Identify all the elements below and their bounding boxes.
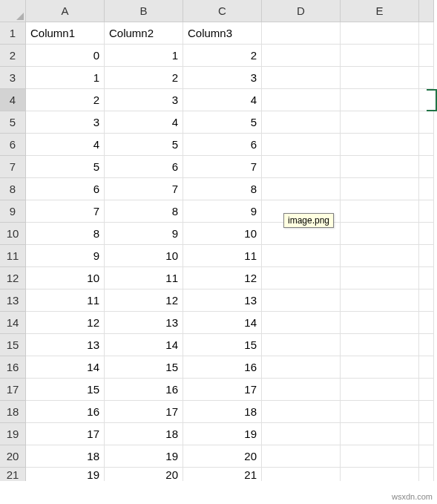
cell-C10[interactable]: 10 <box>183 223 262 245</box>
column-header-A[interactable]: A <box>26 0 105 22</box>
cell-C6[interactable]: 6 <box>183 134 262 156</box>
cell-edge-3[interactable] <box>419 67 434 89</box>
cell-C20[interactable]: 20 <box>183 445 262 468</box>
cell-C1[interactable]: Column3 <box>183 22 262 45</box>
cell-C17[interactable]: 17 <box>183 379 262 401</box>
cell-B10[interactable]: 9 <box>105 223 183 245</box>
cell-E5[interactable] <box>341 111 419 134</box>
cell-edge-15[interactable] <box>419 334 434 356</box>
cell-A16[interactable]: 14 <box>26 356 105 379</box>
cell-C21[interactable]: 21 <box>183 468 262 481</box>
row-header-2[interactable]: 2 <box>0 45 26 67</box>
cell-C2[interactable]: 2 <box>183 45 262 67</box>
cell-edge-10[interactable] <box>419 223 434 245</box>
cell-A19[interactable]: 17 <box>26 423 105 445</box>
cell-A20[interactable]: 18 <box>26 445 105 468</box>
cell-D8[interactable] <box>262 178 341 200</box>
column-header-D[interactable]: D <box>262 0 341 22</box>
cell-E8[interactable] <box>341 178 419 200</box>
cell-edge-9[interactable] <box>419 200 434 223</box>
cell-A14[interactable]: 12 <box>26 312 105 334</box>
cell-D18[interactable] <box>262 401 341 423</box>
cell-B14[interactable]: 13 <box>105 312 183 334</box>
cell-D12[interactable] <box>262 267 341 289</box>
cell-B16[interactable]: 15 <box>105 356 183 379</box>
cell-C4[interactable]: 4 <box>183 89 262 111</box>
cell-E6[interactable] <box>341 134 419 156</box>
cell-B15[interactable]: 14 <box>105 334 183 356</box>
cell-E18[interactable] <box>341 401 419 423</box>
cell-D1[interactable] <box>262 22 341 45</box>
cell-A1[interactable]: Column1 <box>26 22 105 45</box>
cell-E3[interactable] <box>341 67 419 89</box>
cell-E20[interactable] <box>341 445 419 468</box>
row-header-15[interactable]: 15 <box>0 334 26 356</box>
cell-B4[interactable]: 3 <box>105 89 183 111</box>
cell-C16[interactable]: 16 <box>183 356 262 379</box>
cell-D5[interactable] <box>262 111 341 134</box>
cell-A11[interactable]: 9 <box>26 245 105 267</box>
cell-E10[interactable] <box>341 223 419 245</box>
cell-E19[interactable] <box>341 423 419 445</box>
cell-C19[interactable]: 19 <box>183 423 262 445</box>
cell-B3[interactable]: 2 <box>105 67 183 89</box>
cell-A9[interactable]: 7 <box>26 200 105 223</box>
cell-C3[interactable]: 3 <box>183 67 262 89</box>
cell-edge-7[interactable] <box>419 156 434 178</box>
cell-A5[interactable]: 3 <box>26 111 105 134</box>
row-header-18[interactable]: 18 <box>0 401 26 423</box>
cell-B9[interactable]: 8 <box>105 200 183 223</box>
cell-B6[interactable]: 5 <box>105 134 183 156</box>
cell-A13[interactable]: 11 <box>26 289 105 312</box>
cell-D6[interactable] <box>262 134 341 156</box>
row-header-21[interactable]: 21 <box>0 468 26 481</box>
cell-edge-2[interactable] <box>419 45 434 67</box>
cell-B13[interactable]: 12 <box>105 289 183 312</box>
cell-edge-6[interactable] <box>419 134 434 156</box>
cell-D4[interactable] <box>262 89 341 111</box>
row-header-5[interactable]: 5 <box>0 111 26 134</box>
column-header-edge[interactable] <box>419 0 434 22</box>
cell-A7[interactable]: 5 <box>26 156 105 178</box>
cell-D15[interactable] <box>262 334 341 356</box>
cell-edge-14[interactable] <box>419 312 434 334</box>
cell-edge-13[interactable] <box>419 289 434 312</box>
cell-E21[interactable] <box>341 468 419 481</box>
cell-B5[interactable]: 4 <box>105 111 183 134</box>
cell-D16[interactable] <box>262 356 341 379</box>
cell-edge-19[interactable] <box>419 423 434 445</box>
row-header-1[interactable]: 1 <box>0 22 26 45</box>
cell-edge-16[interactable] <box>419 356 434 379</box>
cell-A17[interactable]: 15 <box>26 379 105 401</box>
cell-E16[interactable] <box>341 356 419 379</box>
cell-edge-20[interactable] <box>419 445 434 468</box>
cell-B19[interactable]: 18 <box>105 423 183 445</box>
cell-C8[interactable]: 8 <box>183 178 262 200</box>
cell-E13[interactable] <box>341 289 419 312</box>
cell-E11[interactable] <box>341 245 419 267</box>
cell-edge-11[interactable] <box>419 245 434 267</box>
cell-E9[interactable] <box>341 200 419 223</box>
row-header-6[interactable]: 6 <box>0 134 26 156</box>
cell-D7[interactable] <box>262 156 341 178</box>
cell-C13[interactable]: 13 <box>183 289 262 312</box>
cell-B1[interactable]: Column2 <box>105 22 183 45</box>
cell-E4[interactable] <box>341 89 419 111</box>
cell-B21[interactable]: 20 <box>105 468 183 481</box>
cell-E17[interactable] <box>341 379 419 401</box>
cell-B18[interactable]: 17 <box>105 401 183 423</box>
cell-A6[interactable]: 4 <box>26 134 105 156</box>
cell-E2[interactable] <box>341 45 419 67</box>
cell-C11[interactable]: 11 <box>183 245 262 267</box>
row-header-20[interactable]: 20 <box>0 445 26 468</box>
cell-C5[interactable]: 5 <box>183 111 262 134</box>
cell-A10[interactable]: 8 <box>26 223 105 245</box>
column-header-B[interactable]: B <box>105 0 183 22</box>
column-header-E[interactable]: E <box>341 0 419 22</box>
cell-D17[interactable] <box>262 379 341 401</box>
cell-edge-8[interactable] <box>419 178 434 200</box>
cell-B17[interactable]: 16 <box>105 379 183 401</box>
cell-D11[interactable] <box>262 245 341 267</box>
spreadsheet-grid[interactable]: ABCDE1Column1Column2Column32012312342345… <box>0 0 437 490</box>
cell-A18[interactable]: 16 <box>26 401 105 423</box>
